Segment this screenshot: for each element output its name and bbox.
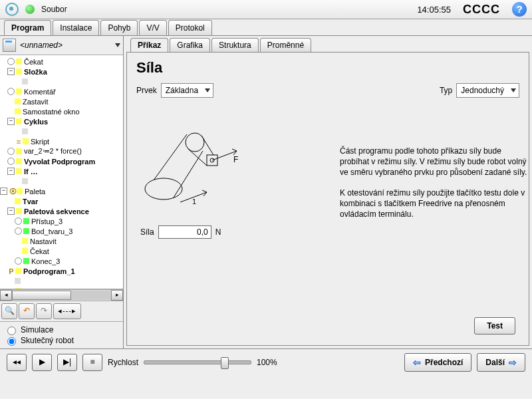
svg-point-0 (145, 178, 182, 200)
status-cccc: CCCC (463, 3, 500, 17)
step-button[interactable]: ▶| (57, 354, 77, 371)
chevron-down-icon (205, 88, 210, 92)
tree-node[interactable]: Přístup_3 (0, 216, 123, 226)
search-icon[interactable]: 🔍 (1, 303, 17, 319)
prvek-label: Prvek (136, 86, 157, 95)
next-button[interactable]: Další⇨ (477, 353, 525, 372)
tree-node[interactable]: Nastavit (0, 236, 123, 246)
subtab-struktura[interactable]: Struktura (211, 38, 259, 52)
tree-node[interactable]: PPodprogram_1 (0, 266, 123, 276)
tree-node[interactable] (0, 176, 123, 186)
tree-node[interactable]: Samostatné okno (0, 106, 123, 116)
description-text: Část programu podle tohoto příkazu síly … (340, 146, 532, 229)
tree-node[interactable]: var_2≔2 * force() (0, 146, 123, 156)
tree-node[interactable]: Tvar (0, 196, 123, 206)
bottom-bar: ◂◂ ▶ ▶| ■ Rychlost 100% ⇦Předchozí Další… (0, 348, 532, 376)
speed-label: Rychlost (108, 358, 138, 367)
subtab-proměnné[interactable]: Proměnné (260, 38, 311, 52)
file-dropdown-icon[interactable] (115, 43, 120, 47)
speed-value: 100% (257, 358, 277, 367)
tree-node[interactable]: −If … (0, 166, 123, 176)
move-arrows-button[interactable]: ◂---▸ (53, 303, 81, 319)
rewind-button[interactable]: ◂◂ (7, 354, 27, 371)
panel-title: Síla (136, 59, 519, 76)
play-button[interactable]: ▶ (32, 354, 52, 371)
typ-select[interactable]: Jednoduchý (456, 83, 519, 98)
menu-file[interactable]: Soubor (41, 5, 67, 14)
tree-node[interactable] (0, 76, 123, 86)
svg-text:1: 1 (192, 198, 196, 205)
svg-line-4 (201, 136, 213, 155)
sila-unit: N (215, 227, 221, 237)
force-diagram: F 1 (140, 126, 253, 212)
scroll-right-icon[interactable]: ▸ (111, 290, 123, 301)
scroll-left-icon[interactable]: ◂ (0, 290, 12, 301)
command-panel: Síla Prvek Základna Typ Jednoduchý (126, 52, 529, 346)
radio-simulation[interactable]: Simulace (4, 325, 119, 335)
scroll-thumb[interactable] (12, 291, 71, 300)
save-icon[interactable] (3, 39, 16, 52)
radio-real-robot[interactable]: Skutečný robot (4, 335, 119, 346)
run-mode-radios: Simulace Skutečný robot (0, 321, 123, 348)
prev-button[interactable]: ⇦Předchozí (404, 353, 471, 372)
tree-node[interactable]: Čekat (0, 246, 123, 256)
globe-icon (25, 5, 35, 14)
program-tree[interactable]: Čekat−SložkaKomentářZastavitSamostatné o… (0, 55, 123, 289)
tab-instalace[interactable]: Instalace (53, 20, 99, 35)
stop-button[interactable]: ■ (82, 354, 102, 371)
file-bar: <unnamed> (0, 36, 123, 55)
tree-node[interactable]: Konec_3 (0, 256, 123, 266)
tree-node[interactable] (0, 126, 123, 136)
chevron-down-icon (511, 88, 516, 92)
clock: 14:05:55 (417, 5, 451, 15)
sub-tab-bar: PříkazGrafikaStrukturaProměnné (124, 37, 532, 52)
prvek-select[interactable]: Základna (161, 83, 213, 98)
left-column: <unnamed> Čekat−SložkaKomentářZastavitSa… (0, 36, 124, 348)
test-button[interactable]: Test (474, 317, 515, 334)
top-bar: Soubor 14:05:55 CCCC ? (0, 0, 532, 19)
tab-v/v[interactable]: V/V (139, 20, 166, 35)
subtab-příkaz[interactable]: Příkaz (130, 38, 168, 52)
tree-node[interactable]: Bod_tvaru_3 (0, 226, 123, 236)
tree-node[interactable]: −⦿Paleta (0, 186, 123, 196)
tree-node[interactable]: −Složka (0, 66, 123, 76)
tree-node[interactable]: ≡Skript (0, 136, 123, 146)
speed-slider[interactable] (144, 360, 251, 364)
tree-node[interactable] (0, 276, 123, 286)
tab-protokol[interactable]: Protokol (168, 20, 212, 35)
subtab-grafika[interactable]: Grafika (170, 38, 210, 52)
redo-icon[interactable]: ↷ (36, 303, 52, 319)
undo-icon[interactable]: ↶ (19, 303, 35, 319)
tree-node[interactable]: Zastavit (0, 96, 123, 106)
tab-pohyb[interactable]: Pohyb (100, 20, 138, 35)
app-logo-icon (5, 3, 19, 16)
tree-node[interactable]: −Paletová sekvence (0, 206, 123, 216)
tree-node[interactable]: Čekat (0, 57, 123, 66)
sila-input[interactable]: 0,0 (158, 225, 211, 239)
typ-label: Typ (440, 86, 452, 95)
help-icon[interactable]: ? (512, 2, 527, 17)
svg-line-1 (154, 134, 187, 180)
tree-node[interactable]: Komentář (0, 86, 123, 96)
main-tab-bar: ProgramInstalacePohybV/VProtokol (0, 19, 532, 35)
tree-hscroll[interactable]: ◂ ▸ (0, 289, 123, 301)
tab-program[interactable]: Program (4, 20, 51, 35)
right-column: PříkazGrafikaStrukturaProměnné Síla Prve… (124, 36, 532, 348)
tree-node[interactable]: −Cyklus (0, 116, 123, 126)
tree-toolbar: 🔍 ↶ ↷ ◂---▸ (0, 301, 123, 321)
file-name: <unnamed> (20, 41, 63, 50)
tree-node[interactable]: Vyvolat Podprogram (0, 156, 123, 166)
sila-label: Síla (140, 227, 154, 237)
svg-text:F: F (233, 155, 238, 164)
